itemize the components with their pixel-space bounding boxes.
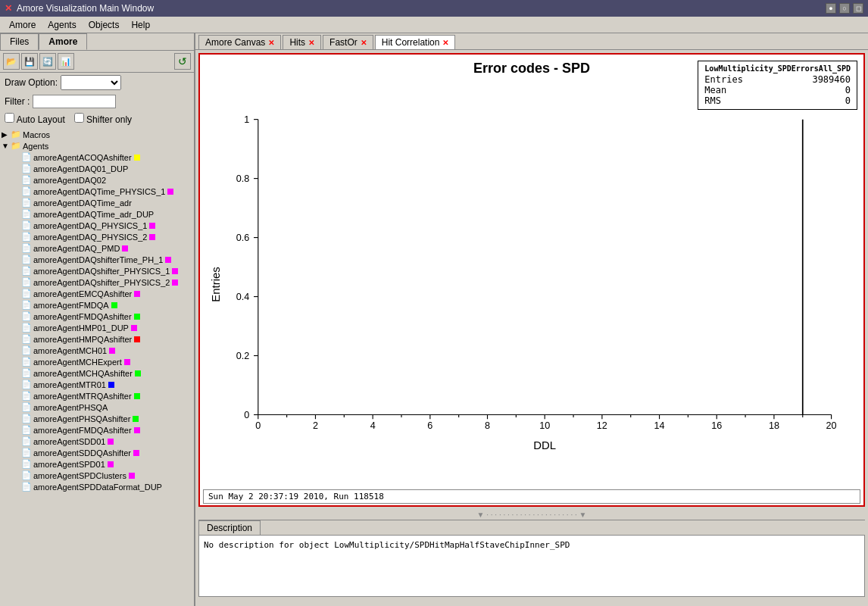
window-title: Amore Visualization Main Window xyxy=(17,3,154,14)
menu-objects[interactable]: Objects xyxy=(83,18,126,32)
tree-item[interactable]: 📄amoreAgentDAQ_PHYSICS_1 xyxy=(2,220,192,231)
draw-option-select[interactable] xyxy=(61,75,121,90)
svg-text:0.6: 0.6 xyxy=(236,233,250,243)
tree-item[interactable]: 📄amoreAgentDAQshifter_PHYSICS_2 xyxy=(2,276,192,288)
file-icon: 📄 xyxy=(21,459,32,469)
auto-layout-checkbox[interactable]: Auto Layout xyxy=(5,113,65,125)
tree-item[interactable]: 📄amoreAgentDAQ02 xyxy=(2,174,192,186)
file-icon: 📄 xyxy=(21,175,32,185)
menu-amore[interactable]: Amore xyxy=(3,18,42,32)
svg-text:Entries: Entries xyxy=(210,267,222,301)
refresh-button[interactable]: ↺ xyxy=(174,53,191,70)
tree-item-label: amoreAgentFMDQAshifter xyxy=(33,312,132,321)
tree-item[interactable]: 📄amoreAgentDAQshifterTime_PH_1 xyxy=(2,254,192,265)
tree-item[interactable]: 📄amoreAgentDAQshifter_PHYSICS_1 xyxy=(2,265,192,276)
file-icon: 📄 xyxy=(21,289,32,298)
close-icon[interactable]: ✕ xyxy=(5,3,12,14)
tab-close-button[interactable]: ✕ xyxy=(361,39,367,47)
tab-close-button[interactable]: ✕ xyxy=(442,39,448,47)
description-tab[interactable]: Description xyxy=(198,520,261,535)
tab-close-button[interactable]: ✕ xyxy=(268,39,274,47)
open-button[interactable]: 📂 xyxy=(3,53,20,70)
maximize-button[interactable]: ○ xyxy=(839,3,850,14)
file-icon: 📄 xyxy=(21,243,32,253)
filter-input[interactable] xyxy=(33,95,116,108)
tree-item-label: amoreAgentHMPQAshifter xyxy=(33,335,132,344)
tree-item[interactable]: 📄amoreAgentFMDQA xyxy=(2,299,192,311)
tree-item-label: amoreAgentACOQAshifter xyxy=(33,153,132,162)
tree-item-label: amoreAgentDAQ01_DUP xyxy=(33,164,128,173)
shifter-only-checkbox[interactable]: Shifter only xyxy=(74,113,132,125)
tree-container[interactable]: ▶📁Macros▼📁Agents📄amoreAgentACOQAshifter📄… xyxy=(0,127,194,606)
tree-item[interactable]: 📄amoreAgentMCHQAshifter xyxy=(2,367,192,379)
color-dot xyxy=(124,359,130,365)
reload-button[interactable]: 🔄 xyxy=(39,53,56,70)
tree-item-label: amoreAgentDAQ_PHYSICS_1 xyxy=(33,221,147,230)
folder-icon: 📁 xyxy=(11,130,21,139)
tree-item[interactable]: 📄amoreAgentSDD01 xyxy=(2,436,192,447)
menu-agents[interactable]: Agents xyxy=(42,18,82,32)
tree-item[interactable]: 📄amoreAgentMTR01 xyxy=(2,379,192,390)
tree-item[interactable]: 📄amoreAgentACOQAshifter xyxy=(2,152,192,163)
chart-button[interactable]: 📊 xyxy=(58,53,74,70)
tree-item[interactable]: ▼📁Agents xyxy=(2,140,192,152)
top-tab[interactable]: FastOr✕ xyxy=(323,35,373,49)
draw-option-label: Draw Option: xyxy=(5,77,58,88)
top-tab-label: Hits xyxy=(289,37,305,48)
color-dot xyxy=(134,291,140,297)
color-dot xyxy=(134,155,140,161)
svg-text:0: 0 xyxy=(244,410,249,420)
top-tab[interactable]: Hit Correlation✕ xyxy=(375,35,456,49)
top-tab-label: FastOr xyxy=(329,37,358,48)
tree-item[interactable]: 📄amoreAgentHMP01_DUP xyxy=(2,322,192,333)
tree-item-label: amoreAgentHMP01_DUP xyxy=(33,323,129,333)
file-icon: 📄 xyxy=(21,220,32,230)
tree-item[interactable]: 📄amoreAgentEMCQAshifter xyxy=(2,288,192,299)
tree-item[interactable]: 📄amoreAgentDAQTime_PHYSICS_1 xyxy=(2,186,192,197)
tree-item[interactable]: 📄amoreAgentPHSQA xyxy=(2,401,192,413)
file-icon: 📄 xyxy=(21,391,32,401)
tree-item[interactable]: 📄amoreAgentMCH01 xyxy=(2,345,192,356)
tree-item[interactable]: 📄amoreAgentPHSQAshifter xyxy=(2,413,192,424)
color-dot xyxy=(135,370,141,376)
file-icon: 📄 xyxy=(21,311,32,321)
tree-item[interactable]: 📄amoreAgentMCHExpert xyxy=(2,356,192,367)
right-panel: Amore Canvas✕Hits✕FastOr✕Hit Correlation… xyxy=(195,33,868,606)
draw-option-row: Draw Option: xyxy=(0,73,194,92)
tree-item[interactable]: 📄amoreAgentDAQTime_adr xyxy=(2,197,192,208)
tree-item[interactable]: 📄amoreAgentSPDClusters xyxy=(2,470,192,481)
svg-text:18: 18 xyxy=(769,420,779,431)
tree-item[interactable]: 📄amoreAgentDAQ_PHYSICS_2 xyxy=(2,231,192,242)
tab-amore[interactable]: Amore xyxy=(39,33,87,50)
svg-text:0: 0 xyxy=(255,420,261,431)
filter-label: Filter : xyxy=(5,96,30,107)
tree-item[interactable]: 📄amoreAgentFMDQAshifter xyxy=(2,311,192,322)
minimize-button[interactable]: ● xyxy=(826,3,836,14)
tree-item[interactable]: 📄amoreAgentHMPQAshifter xyxy=(2,333,192,345)
tree-item-label: amoreAgentMTRQAshifter xyxy=(33,392,132,401)
menu-help[interactable]: Help xyxy=(125,18,156,32)
top-tab[interactable]: Hits✕ xyxy=(283,35,321,49)
tab-close-button[interactable]: ✕ xyxy=(308,39,314,47)
save-button[interactable]: 💾 xyxy=(21,53,38,70)
description-content: No description for object LowMultiplicit… xyxy=(198,535,865,597)
tree-item[interactable]: 📄amoreAgentMTRQAshifter xyxy=(2,390,192,401)
tree-item[interactable]: 📄amoreAgentSPD01 xyxy=(2,458,192,470)
tab-files[interactable]: Files xyxy=(0,33,39,50)
tree-item[interactable]: 📄amoreAgentSPDDataFormat_DUP xyxy=(2,481,192,492)
stats-name: LowMultiplicity_SPDErrorsAll_SPD xyxy=(704,64,851,73)
svg-text:0.4: 0.4 xyxy=(236,292,250,302)
file-icon: 📄 xyxy=(21,266,32,276)
tree-item[interactable]: 📄amoreAgentDAQ01_DUP xyxy=(2,163,192,174)
tree-item[interactable]: ▶📁Macros xyxy=(2,129,192,140)
file-icon: 📄 xyxy=(21,334,32,344)
tree-item[interactable]: 📄amoreAgentFMDQAshifter xyxy=(2,424,192,436)
tree-item[interactable]: 📄amoreAgentDAQ_PMD xyxy=(2,242,192,254)
tree-item[interactable]: 📄amoreAgentSDDQAshifter xyxy=(2,447,192,458)
file-icon: 📄 xyxy=(21,164,32,173)
top-tab[interactable]: Amore Canvas✕ xyxy=(198,35,281,49)
restore-button[interactable]: ◻ xyxy=(853,3,863,14)
tree-item[interactable]: 📄amoreAgentDAQTime_adr_DUP xyxy=(2,208,192,220)
svg-text:12: 12 xyxy=(597,420,607,431)
color-dot xyxy=(149,223,155,229)
